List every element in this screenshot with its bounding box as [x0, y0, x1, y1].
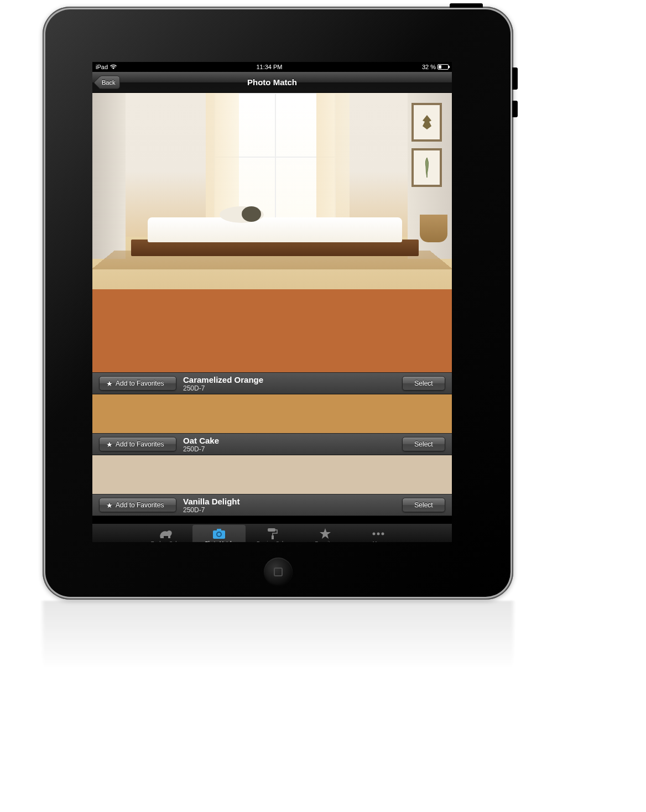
- camera-icon: [212, 528, 226, 540]
- tab-favorites[interactable]: Favorites: [299, 525, 352, 542]
- more-icon: [372, 528, 385, 540]
- home-button[interactable]: [264, 558, 293, 586]
- tab-explore-color[interactable]: Explore Color: [139, 525, 192, 542]
- svg-point-3: [217, 533, 221, 536]
- favorite-label: Add to Favorites: [116, 501, 164, 509]
- select-button[interactable]: Select: [402, 498, 445, 512]
- select-button[interactable]: Select: [402, 376, 445, 391]
- home-icon: [274, 568, 283, 576]
- color-info: Caramelized Orange 250D-7: [183, 375, 395, 392]
- wifi-icon: [110, 64, 117, 70]
- content: ★ Add to Favorites Caramelized Orange 25…: [92, 93, 452, 523]
- star-icon: ★: [106, 440, 113, 449]
- star-icon: ★: [106, 501, 113, 509]
- nav-bar: Back Photo Match: [92, 72, 452, 93]
- color-code: 250D-7: [183, 445, 395, 453]
- volume-button: [512, 67, 518, 90]
- color-name: Vanilla Delight: [183, 497, 395, 506]
- battery-percent: 32 %: [422, 64, 436, 70]
- color-info: Vanilla Delight 250D-7: [183, 497, 395, 514]
- tab-label: More: [373, 540, 384, 542]
- power-button: [450, 3, 483, 8]
- tab-label: Photo Match: [205, 540, 233, 542]
- favorite-label: Add to Favorites: [116, 440, 164, 448]
- battery-icon: [437, 64, 449, 70]
- svg-point-6: [373, 533, 376, 535]
- matched-photo[interactable]: [92, 93, 452, 289]
- svg-rect-1: [217, 529, 221, 531]
- select-button[interactable]: Select: [402, 437, 445, 451]
- color-code: 250D-7: [183, 506, 395, 514]
- tab-bar: Explore Color Photo Match Preview Color …: [92, 523, 452, 542]
- volume-button: [512, 101, 518, 117]
- svg-rect-5: [272, 535, 274, 539]
- star-icon: [319, 528, 331, 540]
- screen: iPad 11:34 PM 32 % Back Photo Match: [92, 62, 452, 542]
- color-swatch[interactable]: [92, 289, 452, 372]
- tab-label: Explore Color: [151, 540, 181, 542]
- tab-label: Preview Color: [257, 540, 288, 542]
- bear-icon: [158, 528, 174, 540]
- status-bar: iPad 11:34 PM 32 %: [92, 62, 452, 72]
- page-title: Photo Match: [247, 77, 297, 87]
- add-favorite-button[interactable]: ★ Add to Favorites: [99, 498, 176, 512]
- roller-icon: [267, 528, 278, 540]
- select-label: Select: [414, 379, 433, 387]
- select-label: Select: [414, 501, 433, 509]
- color-name: Oat Cake: [183, 436, 395, 445]
- color-code: 250D-7: [183, 384, 395, 392]
- tab-preview-color[interactable]: Preview Color: [246, 525, 299, 542]
- back-button-label: Back: [102, 79, 115, 86]
- color-info: Oat Cake 250D-7: [183, 436, 395, 453]
- device-label: iPad: [96, 64, 108, 70]
- svg-rect-4: [268, 528, 275, 532]
- color-swatch[interactable]: [92, 455, 452, 494]
- ipad-device-frame: iPad 11:34 PM 32 % Back Photo Match: [43, 7, 513, 600]
- tab-more[interactable]: More: [352, 525, 405, 542]
- favorite-label: Add to Favorites: [116, 379, 164, 387]
- tab-label: Favorites: [315, 540, 335, 542]
- select-label: Select: [414, 440, 433, 448]
- color-name: Caramelized Orange: [183, 375, 395, 384]
- reflection: [43, 601, 513, 717]
- svg-point-7: [377, 533, 380, 535]
- tab-photo-match[interactable]: Photo Match: [192, 525, 246, 542]
- star-icon: ★: [106, 379, 113, 388]
- color-row: ★ Add to Favorites Vanilla Delight 250D-…: [92, 494, 452, 516]
- color-row: ★ Add to Favorites Oat Cake 250D-7 Selec…: [92, 433, 452, 455]
- color-swatch[interactable]: [92, 394, 452, 433]
- back-button[interactable]: Back: [99, 76, 120, 89]
- svg-point-8: [382, 533, 384, 535]
- clock: 11:34 PM: [256, 64, 282, 70]
- add-favorite-button[interactable]: ★ Add to Favorites: [99, 437, 176, 451]
- add-favorite-button[interactable]: ★ Add to Favorites: [99, 376, 176, 391]
- color-row: ★ Add to Favorites Caramelized Orange 25…: [92, 372, 452, 394]
